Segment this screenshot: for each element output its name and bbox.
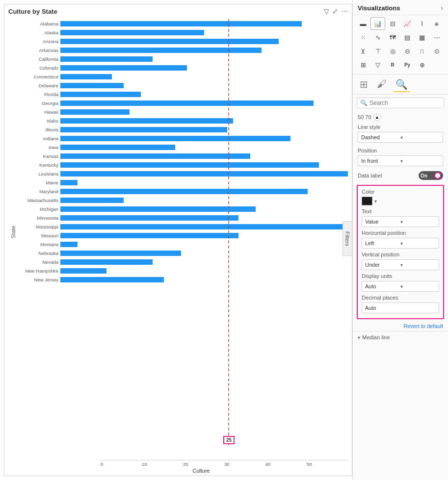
viz-icons-row-2: ⁙ ∿ 🗺 ▤ ▦ ⋯	[356, 31, 445, 44]
bar[interactable]	[60, 74, 112, 79]
bar[interactable]	[60, 268, 106, 274]
bar[interactable]	[60, 233, 238, 238]
bar[interactable]	[60, 162, 319, 168]
bar-container	[60, 153, 348, 159]
text-label: Text	[362, 208, 439, 214]
display-units-dropdown[interactable]: Auto ▾	[362, 281, 439, 292]
bar[interactable]	[60, 48, 262, 53]
column-chart-icon[interactable]: 📊	[371, 18, 385, 29]
color-swatch[interactable]	[362, 197, 372, 205]
scroll-up[interactable]: ▲	[373, 113, 381, 121]
median-line-label: Median line	[362, 334, 390, 340]
bar[interactable]	[60, 259, 153, 265]
filter-icon[interactable]: ▽	[324, 7, 329, 15]
py-icon[interactable]: Py	[400, 59, 414, 71]
line-chart2-icon[interactable]: ∿	[371, 31, 385, 43]
x-tick: 30	[224, 461, 265, 467]
bar[interactable]	[60, 180, 78, 185]
bar[interactable]	[60, 30, 204, 35]
matrix-icon[interactable]: ⊞	[356, 59, 370, 71]
toggle-on-text: On	[421, 173, 427, 178]
filters-tab[interactable]: Filters	[343, 221, 352, 256]
custom-icon[interactable]: ⊕	[415, 59, 429, 71]
position-dropdown[interactable]: In front ▾	[358, 155, 443, 166]
bar[interactable]	[60, 224, 348, 229]
chart-title: Culture by State	[8, 8, 324, 15]
bar[interactable]	[60, 83, 124, 88]
x-axis-label: Culture	[54, 468, 348, 474]
revert-link[interactable]: Revert to default	[353, 321, 448, 331]
bar-chart-icon[interactable]: ▬	[356, 18, 370, 29]
bar-row: Colorado	[16, 64, 348, 72]
bar-label: Connecticut	[16, 74, 60, 79]
filled-map-icon[interactable]: ▤	[400, 31, 414, 43]
median-line-section: ▾ Median line	[353, 331, 448, 342]
bar[interactable]	[60, 101, 314, 106]
area-chart-icon[interactable]: ⌇	[415, 18, 429, 29]
h-position-dropdown[interactable]: Left ▾	[362, 238, 439, 249]
bar[interactable]	[60, 127, 227, 132]
more-icon[interactable]: ⋯	[341, 7, 348, 15]
bar-row: Iowa	[16, 143, 348, 151]
median-collapse-arrow[interactable]: ▾	[358, 335, 360, 340]
decimal-dropdown[interactable]: Auto	[362, 303, 439, 313]
bar[interactable]	[60, 277, 164, 282]
filter-vis-icon[interactable]: ▽	[371, 59, 385, 71]
x-tick: 50	[307, 461, 348, 467]
text-dropdown[interactable]: Value ▾	[362, 216, 439, 227]
bar-row: Nevada	[16, 258, 348, 266]
bar[interactable]	[60, 206, 256, 212]
bar[interactable]	[60, 92, 141, 97]
decomp-icon[interactable]: ⊤	[371, 45, 385, 57]
gauge-icon[interactable]: ⊙	[430, 45, 444, 57]
scatter-icon[interactable]: ⁙	[356, 31, 370, 43]
bar-container	[60, 206, 348, 212]
line-style-dropdown[interactable]: Dashed ▾	[358, 132, 443, 143]
viz-tabs: ⊞ 🖌 🔍	[353, 75, 448, 95]
bar[interactable]	[60, 39, 279, 44]
bar-row: Nebraska	[16, 249, 348, 257]
waterfall-icon[interactable]: ⎍	[415, 45, 429, 57]
r-icon[interactable]: R	[386, 59, 399, 71]
data-label-toggle[interactable]: On	[419, 171, 443, 180]
bar-label: Maine	[16, 180, 60, 185]
expand-icon[interactable]: ⤢	[332, 7, 338, 15]
table-icon[interactable]: ⊟	[386, 18, 399, 29]
ribbon-icon[interactable]: ⊝	[400, 45, 414, 57]
bar[interactable]	[60, 21, 302, 26]
chart-body: State 25AlabamaAlaskaArizonaArkansasCali…	[4, 17, 352, 460]
line-chart-icon[interactable]: 📈	[400, 18, 414, 29]
funnel-icon[interactable]: ⊻	[356, 45, 370, 57]
bar[interactable]	[60, 171, 348, 177]
treemap-icon[interactable]: ▦	[415, 31, 429, 43]
more-vis-icon[interactable]: ⋯	[430, 31, 444, 43]
v-position-dropdown[interactable]: Under ▾	[362, 259, 439, 270]
bar[interactable]	[60, 145, 175, 150]
bar-row: Hawaii	[16, 108, 348, 116]
map-icon[interactable]: 🗺	[386, 31, 399, 43]
bar[interactable]	[60, 56, 153, 62]
text-section: Text Value ▾	[362, 208, 439, 230]
bar[interactable]	[60, 153, 250, 159]
bar-container	[60, 232, 348, 238]
bar[interactable]	[60, 189, 308, 194]
panel-nav-arrow[interactable]: ›	[441, 4, 443, 12]
tab-analytics[interactable]: 🔍	[394, 77, 410, 92]
combo-chart-icon[interactable]: ⎈	[430, 18, 444, 29]
bar[interactable]	[60, 109, 130, 115]
search-input[interactable]	[369, 100, 443, 106]
tab-fields[interactable]: ⊞	[358, 77, 370, 92]
bar-label: Mississippi	[16, 224, 60, 229]
bar[interactable]	[60, 242, 78, 247]
bar[interactable]	[60, 215, 238, 221]
kpi-icon[interactable]: ◎	[386, 45, 399, 57]
bar[interactable]	[60, 118, 233, 124]
bar[interactable]	[60, 65, 187, 71]
x-tick: 40	[265, 461, 307, 467]
tab-format[interactable]: 🖌	[375, 77, 389, 92]
bar[interactable]	[60, 251, 181, 256]
swatch-dropdown-arrow[interactable]: ▾	[374, 199, 377, 204]
bar[interactable]	[60, 198, 124, 203]
bar[interactable]	[60, 136, 290, 141]
v-position-value: Under	[365, 262, 400, 268]
